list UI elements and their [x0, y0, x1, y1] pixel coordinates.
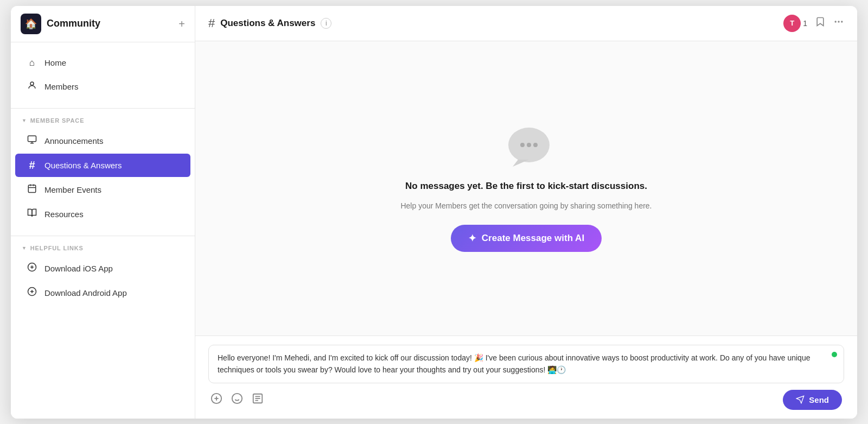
chat-bubble-icon	[502, 124, 551, 168]
create-ai-label: Create Message with AI	[482, 233, 584, 244]
sidebar-item-ios-label: Download iOS App	[44, 264, 113, 273]
sidebar-item-announcements[interactable]: Announcements	[15, 129, 190, 153]
events-icon	[26, 183, 38, 196]
sidebar-item-ios[interactable]: Download iOS App	[15, 257, 190, 280]
sidebar-item-android-label: Download Android App	[44, 288, 127, 298]
sidebar-item-resources-label: Resources	[44, 210, 84, 219]
message-text: Hello everyone! I'm Mehedi, and I'm exci…	[218, 352, 835, 376]
member-space-title: ▼ MEMBER SPACE	[11, 117, 195, 128]
sidebar-item-members[interactable]: Members	[15, 75, 190, 98]
input-toolbar: Send	[208, 390, 844, 410]
ios-icon	[26, 262, 38, 275]
sidebar: 🏠 Community + ⌂ Home Members ▼ MEMBER SP…	[11, 6, 195, 419]
home-icon: ⌂	[26, 58, 38, 68]
sidebar-item-android[interactable]: Download Android App	[15, 281, 190, 305]
avatar: T	[783, 15, 801, 32]
sidebar-item-events[interactable]: Member Events	[15, 178, 190, 201]
more-options-button[interactable]	[833, 16, 844, 30]
resources-icon	[26, 208, 38, 220]
svg-point-10	[835, 21, 837, 22]
sparkle-icon: ✦	[468, 232, 476, 244]
channel-hash-icon: #	[208, 16, 215, 30]
chevron-icon-2: ▼	[22, 245, 27, 251]
format-button[interactable]	[252, 393, 264, 407]
send-button[interactable]: Send	[783, 390, 842, 410]
svg-point-12	[841, 21, 843, 22]
sidebar-item-home[interactable]: ⌂ Home	[15, 52, 190, 74]
empty-title: No messages yet. Be the first to kick-st…	[405, 181, 647, 192]
members-icon	[26, 80, 38, 93]
message-input-box[interactable]: Hello everyone! I'm Mehedi, and I'm exci…	[208, 345, 844, 383]
create-ai-button[interactable]: ✦ Create Message with AI	[451, 225, 602, 252]
hash-icon: #	[26, 159, 38, 172]
sidebar-item-resources[interactable]: Resources	[15, 202, 190, 226]
attach-button[interactable]	[210, 393, 222, 407]
sidebar-header: 🏠 Community +	[11, 6, 195, 42]
channel-title: # Questions & Answers i	[208, 16, 331, 30]
channel-info-button[interactable]: i	[321, 18, 331, 29]
empty-description: Help your Members get the conversation g…	[400, 200, 652, 212]
sidebar-item-members-label: Members	[44, 82, 79, 91]
svg-point-21	[232, 393, 242, 403]
main-content: # Questions & Answers i T 1	[195, 6, 857, 419]
avatar-group: T 1	[783, 15, 807, 32]
sidebar-item-questions-label: Questions & Answers	[44, 161, 122, 170]
channel-header: # Questions & Answers i T 1	[195, 6, 857, 41]
svg-rect-1	[28, 136, 36, 142]
svg-rect-4	[28, 185, 36, 193]
helpful-links-title: ▼ HELPFUL LINKS	[11, 245, 195, 256]
svg-point-11	[838, 21, 839, 22]
svg-point-16	[527, 143, 531, 147]
input-tools	[210, 393, 264, 407]
brand-title: Community	[47, 18, 100, 29]
announcements-icon	[26, 135, 38, 147]
bookmark-button[interactable]	[815, 16, 826, 30]
brand: 🏠 Community	[21, 14, 100, 34]
svg-point-17	[533, 143, 538, 147]
sidebar-item-events-label: Member Events	[44, 185, 101, 194]
send-label: Send	[809, 395, 829, 404]
svg-point-15	[520, 143, 525, 147]
online-indicator	[832, 352, 837, 357]
header-actions: T 1	[783, 15, 844, 32]
empty-state: No messages yet. Be the first to kick-st…	[400, 124, 652, 252]
message-input-area: Hello everyone! I'm Mehedi, and I'm exci…	[195, 336, 857, 419]
add-channel-button[interactable]: +	[178, 18, 185, 29]
sidebar-item-home-label: Home	[44, 58, 66, 67]
content-area: No messages yet. Be the first to kick-st…	[195, 41, 857, 336]
svg-point-0	[30, 82, 34, 85]
helpful-links-section: ▼ HELPFUL LINKS Download iOS App Downloa…	[11, 236, 195, 314]
emoji-button[interactable]	[231, 393, 243, 407]
chevron-icon: ▼	[22, 118, 27, 123]
android-icon	[26, 287, 38, 299]
channel-name: Questions & Answers	[220, 18, 315, 29]
sidebar-item-announcements-label: Announcements	[44, 136, 103, 145]
main-nav: ⌂ Home Members	[11, 42, 195, 109]
sidebar-item-questions[interactable]: # Questions & Answers	[15, 154, 190, 177]
member-space-section: ▼ MEMBER SPACE Announcements # Questions…	[11, 109, 195, 236]
brand-icon: 🏠	[21, 14, 41, 34]
member-count: 1	[803, 19, 807, 28]
